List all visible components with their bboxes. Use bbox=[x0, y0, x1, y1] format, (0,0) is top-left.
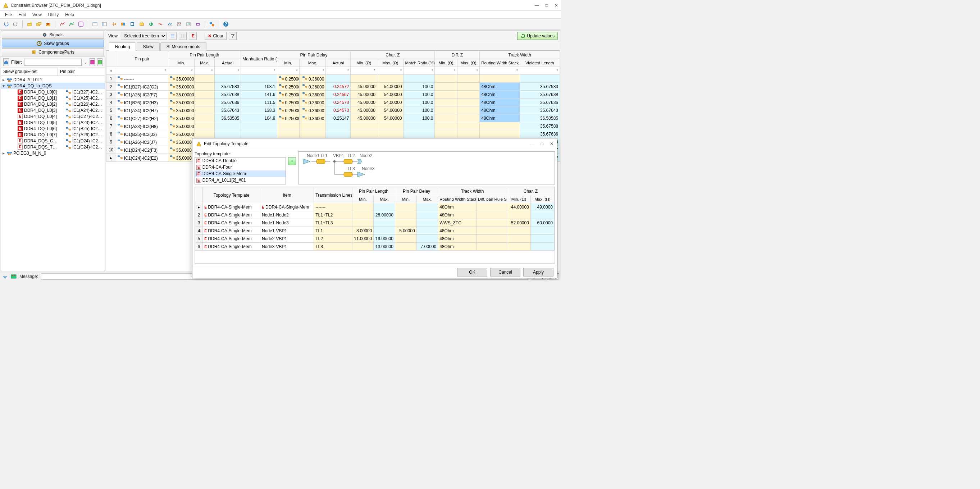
template-list-item[interactable]: EDDR4_A_L0L1[2]_#01 bbox=[195, 177, 286, 183]
filter-home-button[interactable] bbox=[3, 58, 9, 66]
dialog-minimize-button[interactable]: — bbox=[530, 141, 535, 146]
help-button[interactable]: ? bbox=[222, 20, 230, 28]
dialog-grid-row[interactable]: ▸E DDR4-CA-Single-MemE DDR4-CA-Single-Me… bbox=[195, 203, 555, 211]
grid-row[interactable]: 3IC1(A25)-IC2(F7)35.0000035.67638141.60.… bbox=[107, 90, 560, 98]
tree-row[interactable]: EDDR4_DQ_L0[7]IC1(A26)-IC2… bbox=[1, 132, 105, 138]
toolbar-chart-1[interactable] bbox=[58, 20, 66, 28]
toolbar-icon-12[interactable] bbox=[166, 20, 174, 28]
topology-template-list[interactable]: EDDR4-CA-DoubleEDDR4-CA-FourEDDR4-CA-Sin… bbox=[194, 157, 286, 184]
svg-rect-16 bbox=[140, 23, 143, 25]
dialog-grid-row[interactable]: 2E DDR4-CA-Single-MemNode1-Node2TL1+TL22… bbox=[195, 211, 555, 219]
menu-help[interactable]: Help bbox=[62, 11, 77, 18]
dialog-maximize-button[interactable]: □ bbox=[541, 141, 543, 146]
tab-routing[interactable]: Routing bbox=[109, 43, 136, 51]
toolbar-icon-11[interactable] bbox=[156, 20, 164, 28]
add-template-button[interactable]: + bbox=[288, 157, 296, 165]
dialog-grid[interactable]: Topology TemplateItemTransmission LinesP… bbox=[194, 187, 555, 264]
template-list-item[interactable]: EDDR4-CA-Four bbox=[195, 164, 286, 170]
redo-button[interactable] bbox=[11, 20, 19, 28]
svg-rect-72 bbox=[181, 34, 182, 38]
dialog-grid-row[interactable]: 6E DDR4-CA-Single-MemNode3-VBP1TL313.000… bbox=[195, 243, 555, 251]
toolbar-icon-15[interactable] bbox=[194, 20, 202, 28]
grid-row[interactable]: 2IC1(B27)-IC2(G2)35.0000035.67583108.10.… bbox=[107, 83, 560, 90]
tree-row[interactable]: EDDR4_DQ_L0[0]IC1(B27)-IC2… bbox=[1, 89, 105, 95]
window-minimize-button[interactable]: — bbox=[535, 3, 539, 8]
svg-rect-73 bbox=[183, 34, 185, 38]
skew-group-tree[interactable]: ▸DDR4_A_L0L1▾DDR4_DQ_to_DQSEDDR4_DQ_L0[0… bbox=[1, 76, 105, 271]
grid-row[interactable]: 1-------35.000000.250000.36000 bbox=[107, 75, 560, 83]
toolbar-icon-4[interactable] bbox=[91, 20, 99, 28]
dialog-close-button[interactable]: ✕ bbox=[550, 141, 554, 146]
template-list-item[interactable]: EDDR4-CA-Single-Mem bbox=[195, 170, 286, 177]
toolbar-icon-8[interactable] bbox=[128, 20, 136, 28]
menu-file[interactable]: File bbox=[2, 11, 15, 18]
clear-button[interactable]: Clear bbox=[205, 32, 227, 40]
view-btn-1[interactable] bbox=[169, 32, 177, 40]
svg-rect-98 bbox=[306, 94, 307, 95]
tree-row[interactable]: EDDR4_DQS_C…IC1(D24)-IC2… bbox=[1, 138, 105, 144]
tree-row[interactable]: EDDR4_DQ_L0[2]IC1(B26)-IC2… bbox=[1, 101, 105, 107]
view-btn-2[interactable] bbox=[179, 32, 187, 40]
grid-row[interactable]: 8IC1(B25)-IC2(J3)35.0000035.67636 bbox=[107, 130, 560, 138]
menu-view[interactable]: View bbox=[30, 11, 45, 18]
toolbar-chart-2[interactable] bbox=[68, 20, 76, 28]
tree-header-col2[interactable]: Pin pair bbox=[58, 68, 77, 76]
tab-skew[interactable]: Skew bbox=[137, 43, 159, 51]
tree-row[interactable]: EDDR4_DQ_L0[6]IC1(B25)-IC2… bbox=[1, 125, 105, 132]
window-maximize-button[interactable]: □ bbox=[546, 3, 548, 8]
dialog-ok-button[interactable]: OK bbox=[457, 268, 487, 276]
toolbar-icon-10[interactable]: € bbox=[147, 20, 155, 28]
toolbar-icon-5[interactable] bbox=[100, 20, 108, 28]
tab-si-measurements[interactable]: SI Measurements bbox=[161, 43, 207, 51]
svg-text:€: € bbox=[150, 22, 153, 26]
sidebar-tab-components[interactable]: Components/Parts bbox=[2, 48, 104, 56]
update-values-button[interactable]: Update values bbox=[517, 32, 558, 40]
toolbar-icon-2[interactable] bbox=[35, 20, 43, 28]
tree-row[interactable]: ▾DDR4_DQ_to_DQS bbox=[1, 83, 105, 89]
toolbar-chart-3[interactable] bbox=[77, 20, 85, 28]
grid-row[interactable]: 4IC1(B26)-IC2(H3)35.0000035.67636111.50.… bbox=[107, 98, 560, 106]
toolbar-icon-7[interactable] bbox=[119, 20, 127, 28]
menu-edit[interactable]: Edit bbox=[16, 11, 29, 18]
sidebar-tab-skew-groups[interactable]: Skew groups bbox=[2, 40, 104, 48]
tree-header-col1[interactable]: Skew group/E-net bbox=[1, 68, 58, 76]
view-btn-3[interactable]: E bbox=[189, 32, 197, 40]
filter-input[interactable] bbox=[24, 59, 82, 66]
view-btn-4[interactable] bbox=[229, 32, 237, 40]
toolbar-icon-6[interactable] bbox=[110, 20, 118, 28]
tree-row[interactable]: ▸DDR4_A_L0L1 bbox=[1, 76, 105, 83]
toolbar-icon-1[interactable] bbox=[25, 20, 33, 28]
dialog-cancel-button[interactable]: Cancel bbox=[490, 268, 520, 276]
undo-button[interactable] bbox=[2, 20, 10, 28]
dialog-grid-row[interactable]: 4E DDR4-CA-Single-MemNode1-VBP1TL18.0000… bbox=[195, 227, 555, 235]
toolbar-icon-9[interactable] bbox=[138, 20, 146, 28]
filter-btn-2[interactable] bbox=[97, 58, 102, 66]
filter-dropdown-icon[interactable]: ⌄ bbox=[84, 60, 88, 65]
filter-btn-1[interactable] bbox=[89, 58, 95, 66]
dialog-grid-row[interactable]: 5E DDR4-CA-Single-MemNode2-VBP1TL211.000… bbox=[195, 235, 555, 243]
tree-row[interactable]: EDDR4_DQ_L0[1]IC1(A25)-IC2… bbox=[1, 95, 105, 101]
tree-row[interactable]: EDDR4_DQ_L0[4]IC1(C27)-IC2… bbox=[1, 113, 105, 119]
tree-row[interactable]: EDDR4_DQS_T…IC1(C24)-IC2… bbox=[1, 144, 105, 150]
toolbar-icon-3[interactable]: ✕ bbox=[44, 20, 52, 28]
toolbar-icon-14[interactable] bbox=[185, 20, 192, 28]
grid-row[interactable]: 6IC1(C27)-IC2(H2)35.0000036.50585104.90.… bbox=[107, 114, 560, 122]
view-select[interactable]: Selected tree item bbox=[121, 32, 167, 40]
tree-row[interactable]: ▸PCIEG3_IN_N_0 bbox=[1, 150, 105, 156]
template-list-item[interactable]: EDDR4-CA-Double bbox=[195, 157, 286, 164]
menu-utility[interactable]: Utility bbox=[45, 11, 62, 18]
svg-rect-104 bbox=[282, 102, 284, 103]
tree-row[interactable]: EDDR4_DQ_L0[5]IC1(A23)-IC2… bbox=[1, 119, 105, 125]
dialog-apply-button[interactable]: Apply bbox=[523, 268, 554, 276]
grid-row[interactable]: 5IC1(A24)-IC2(H7)35.0000035.67643138.30.… bbox=[107, 106, 560, 114]
grid-row[interactable]: 7IC1(A23)-IC2(H8)35.0000035.67588 bbox=[107, 122, 560, 130]
toolbar-icon-16[interactable] bbox=[208, 20, 216, 28]
svg-rect-10 bbox=[102, 22, 103, 26]
svg-rect-12 bbox=[121, 23, 123, 25]
tree-row[interactable]: EDDR4_DQ_L0[3]IC1(A24)-IC2… bbox=[1, 107, 105, 113]
dialog-grid-row[interactable]: 3E DDR4-CA-Single-MemNode1-Node3TL1+TL3W… bbox=[195, 219, 555, 227]
window-close-button[interactable]: ✕ bbox=[555, 3, 558, 8]
svg-rect-89 bbox=[303, 84, 304, 86]
sidebar-tab-signals[interactable]: Signals bbox=[2, 31, 104, 39]
toolbar-icon-13[interactable] bbox=[175, 20, 183, 28]
